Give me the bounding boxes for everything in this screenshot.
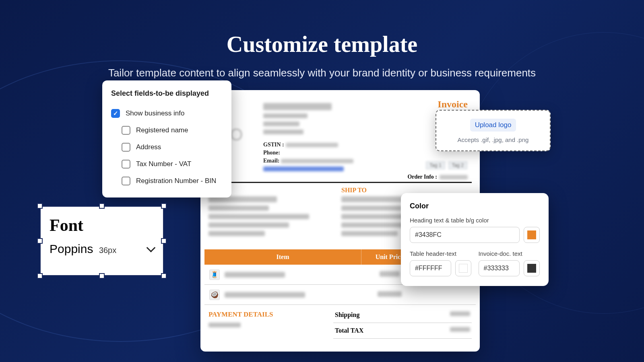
checkbox-address[interactable] bbox=[122, 143, 130, 152]
fields-popover: Select fields-to-be displayed Show busin… bbox=[102, 80, 231, 197]
fields-popover-heading: Select fields-to-be displayed bbox=[111, 89, 223, 98]
color-popover: Color Heading text & table b/g color #34… bbox=[401, 193, 549, 286]
gstin-label: GSTIN : bbox=[263, 142, 353, 148]
table-header-item: Item bbox=[204, 249, 361, 265]
checkbox-business-info[interactable] bbox=[111, 109, 120, 118]
upload-hint: Accepts .gif, .jpg, and .png bbox=[436, 136, 550, 143]
checkbox-row-registration-number[interactable]: Registration Number - BIN bbox=[111, 173, 223, 189]
order-info-label: Order Info : bbox=[407, 174, 468, 180]
color-popover-title: Color bbox=[410, 202, 540, 210]
checkbox-row-address[interactable]: Address bbox=[111, 139, 223, 156]
doc-text-color-input[interactable]: #333333 bbox=[479, 260, 520, 276]
totals-tax-label: Total TAX bbox=[335, 327, 363, 334]
invoice-tags: Tag 1Tag 2 bbox=[425, 161, 468, 170]
page-subtitle: Tailor template content to align seamles… bbox=[56, 67, 588, 79]
heading-color-label: Heading text & table b/g color bbox=[410, 217, 540, 224]
font-card-selected[interactable]: Font Poppins 36px bbox=[41, 207, 163, 275]
heading-color-input[interactable]: #3438FC bbox=[410, 227, 520, 243]
chevron-down-icon[interactable] bbox=[147, 243, 156, 253]
email-label: Email: bbox=[263, 158, 353, 164]
totals-shipping-label: Shipping bbox=[335, 311, 359, 319]
header-text-color-label: Table header-text bbox=[410, 250, 471, 257]
table-row: 🥥 bbox=[204, 285, 476, 305]
checkbox-row-tax-number[interactable]: Tax Number - VAT bbox=[111, 156, 223, 173]
ship-to-heading: SHIP TO bbox=[341, 187, 367, 194]
checkbox-registration-number[interactable] bbox=[122, 177, 130, 185]
payment-details-heading: PAYMENT DETAILS bbox=[208, 311, 273, 319]
font-select[interactable]: Poppins 36px bbox=[50, 242, 154, 256]
font-card-title: Font bbox=[50, 216, 154, 235]
upload-logo-card[interactable]: Upload logo Accepts .gif, .jpg, and .png bbox=[436, 110, 551, 151]
checkbox-registered-name[interactable] bbox=[122, 126, 130, 135]
checkbox-row-business-info[interactable]: Show business info bbox=[111, 105, 223, 122]
header-text-color-swatch[interactable] bbox=[455, 260, 471, 276]
upload-logo-button[interactable]: Upload logo bbox=[470, 119, 516, 132]
font-size: 36px bbox=[99, 246, 116, 255]
page-title: Customize template bbox=[0, 31, 644, 57]
invoice-title: Invoice bbox=[438, 99, 468, 110]
header-text-color-input[interactable]: #FFFFFF bbox=[410, 260, 451, 276]
doc-text-color-swatch[interactable] bbox=[524, 260, 540, 276]
checkbox-row-registered-name[interactable]: Registered name bbox=[111, 122, 223, 139]
heading-color-swatch[interactable] bbox=[524, 227, 540, 243]
phone-label: Phone: bbox=[263, 150, 353, 156]
checkbox-tax-number[interactable] bbox=[122, 160, 130, 169]
font-name: Poppins bbox=[50, 242, 93, 255]
doc-text-color-label: Invoice-doc. text bbox=[479, 250, 540, 257]
